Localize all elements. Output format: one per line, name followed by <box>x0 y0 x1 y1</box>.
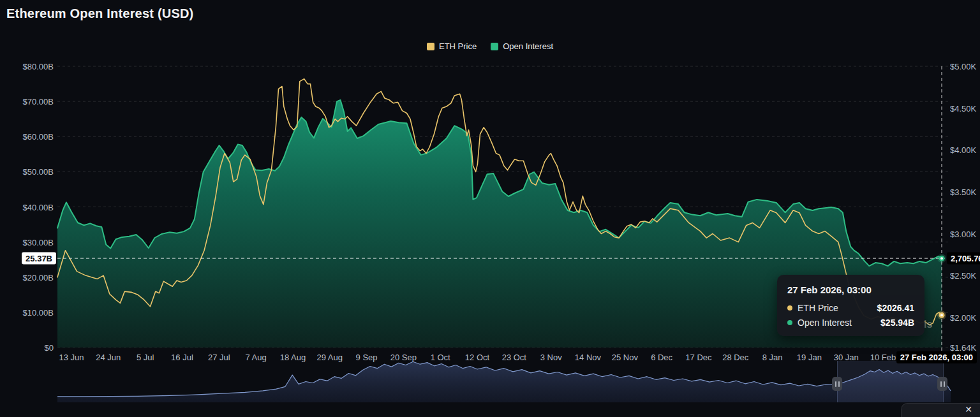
navigator-handle-left[interactable] <box>832 377 842 391</box>
chart-widget: Ethereum Open Interest (USD) ETH Price O… <box>0 0 980 417</box>
navigator-selection[interactable] <box>837 361 944 402</box>
x-axis-label: 20 Sep <box>390 353 417 362</box>
legend: ETH Price Open Interest <box>0 41 980 51</box>
open-interest-swatch-icon <box>491 43 498 50</box>
x-axis-label: 9 Sep <box>356 353 378 362</box>
crosshair-oi-badge: 25.37B <box>22 252 56 265</box>
eth-price-dot-icon <box>787 305 792 311</box>
legend-label-eth-price: ETH Price <box>439 41 477 51</box>
tooltip-date: 27 Feb 2026, 03:00 <box>787 284 914 295</box>
handle-grip-icon <box>944 381 945 387</box>
x-axis-label: 18 Aug <box>280 353 306 362</box>
x-axis-label: 1 Oct <box>431 353 450 362</box>
legend-label-open-interest: Open Interest <box>503 41 553 51</box>
x-axis-label: 27 Jul <box>208 353 230 362</box>
x-axis-label: 28 Dec <box>722 353 748 362</box>
x-axis-label: 19 Jan <box>797 353 822 362</box>
x-axis-label: 13 Jun <box>59 353 84 362</box>
page-title: Ethereum Open Interest (USD) <box>6 6 193 21</box>
x-axis-label: 7 Aug <box>245 353 266 362</box>
x-axis-label: 5 Jul <box>137 353 154 362</box>
x-axis-label: 14 Nov <box>575 353 601 362</box>
x-axis-label: 17 Dec <box>685 353 711 362</box>
handle-grip-icon <box>838 381 840 387</box>
tooltip-row-open-interest: Open Interest $25.94B <box>787 318 914 328</box>
tooltip-row-eth-price: ETH Price $2026.41 <box>787 303 914 313</box>
tooltip-value-eth-price: $2026.41 <box>877 303 914 313</box>
tooltip-label-open-interest: Open Interest <box>798 318 852 328</box>
tooltip-label-eth-price: ETH Price <box>798 303 838 313</box>
crosshair-date-badge: 27 Feb 2026, 03:00 <box>896 351 977 363</box>
navigator-chart[interactable] <box>57 362 951 402</box>
tooltip: 27 Feb 2026, 03:00 ETH Price $2026.41 Op… <box>777 275 924 336</box>
bottom-notification-bar: ✕ <box>901 403 980 417</box>
x-axis-label: 23 Oct <box>502 353 526 362</box>
x-axis-label: 3 Nov <box>540 353 562 362</box>
x-axis-label: 25 Nov <box>612 353 638 362</box>
watermark-fragment: is <box>924 319 932 330</box>
crosshair-price-badge: 2,705.76 <box>947 252 980 265</box>
legend-item-open-interest[interactable]: Open Interest <box>491 41 553 51</box>
handle-grip-icon <box>940 381 942 387</box>
tooltip-value-open-interest: $25.94B <box>880 318 914 328</box>
handle-grip-icon <box>835 381 836 387</box>
navigator-handle-right[interactable] <box>937 377 947 391</box>
eth-price-swatch-icon <box>427 43 434 50</box>
x-axis-label: 24 Jun <box>96 353 121 362</box>
open-interest-dot-icon <box>787 320 792 325</box>
x-axis-label: 8 Jan <box>762 353 783 362</box>
x-axis-label: 12 Oct <box>465 353 489 362</box>
x-axis-label: 6 Dec <box>651 353 672 362</box>
x-axis-label: 29 Aug <box>316 353 343 362</box>
legend-item-eth-price[interactable]: ETH Price <box>427 41 477 51</box>
close-icon[interactable]: ✕ <box>965 404 972 414</box>
x-axis-label: 16 Jul <box>171 353 193 362</box>
